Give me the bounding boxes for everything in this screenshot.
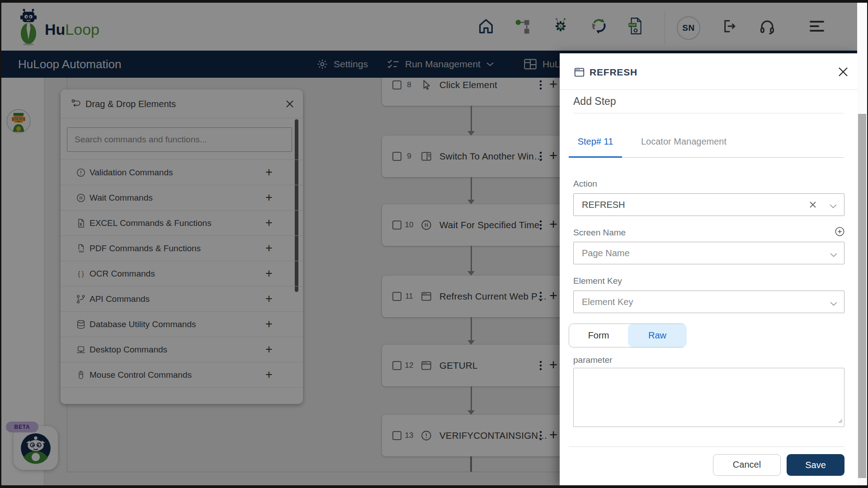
close-icon[interactable] [837,66,849,80]
drawer-title: REFRESH [590,66,637,79]
save-button[interactable]: Save [787,454,844,476]
page-scrollbar-thumb[interactable] [858,114,866,478]
raw-toggle-button[interactable]: Raw [628,324,687,347]
active-tab-indicator [569,156,622,158]
action-input[interactable] [573,193,844,216]
action-label: Action [573,179,597,189]
chevron-down-icon [830,300,838,308]
page-scrollbar [857,3,867,485]
cancel-button[interactable]: Cancel [713,454,781,476]
tab-locator-management[interactable]: Locator Management [641,135,726,148]
element-key-select[interactable]: Element Key [573,291,844,313]
add-screen-icon[interactable] [835,226,845,239]
element-key-label: Element Key [573,276,622,286]
divider [569,446,844,447]
tab-step-11[interactable]: Step# 11 [569,135,622,148]
page: HuLoop A [1,3,857,485]
screen-name-placeholder: Page Name [582,242,630,264]
resize-handle-icon[interactable] [838,418,843,426]
screen-name-select[interactable]: Page Name [573,242,844,264]
form-toggle-button[interactable]: Form [569,324,628,347]
divider [560,89,857,90]
parameter-textarea[interactable] [574,368,844,427]
screen-name-label: Screen Name [573,228,626,238]
browser-window-icon [573,66,585,80]
divider [573,113,844,113]
section-heading: Add Step [573,95,616,108]
app-window: HuLoop A [0,0,868,488]
element-key-placeholder: Element Key [582,291,633,313]
chevron-down-icon [830,251,838,259]
add-step-drawer: REFRESH Add Step Step# 11 Locator Manage… [560,53,857,485]
form-raw-toggle: Form Raw [569,324,686,347]
clear-icon[interactable] [809,201,816,210]
chevron-down-icon[interactable] [829,202,837,211]
parameter-label: parameter [573,355,613,365]
parameter-field-frame [573,368,844,427]
